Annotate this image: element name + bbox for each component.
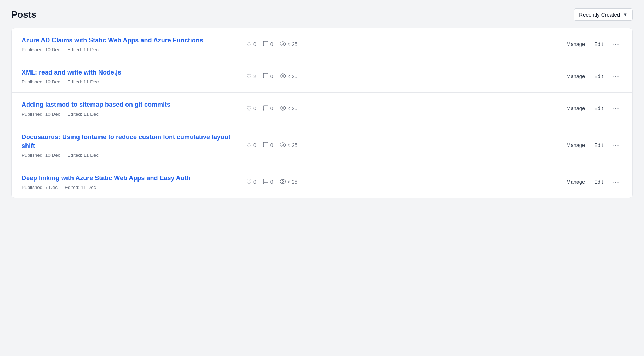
manage-button[interactable]: Manage [564, 141, 588, 149]
eye-icon [280, 178, 286, 186]
edit-button[interactable]: Edit [591, 40, 606, 48]
heart-icon: ♡ [246, 142, 252, 148]
eye-icon [280, 73, 286, 80]
likes-stat: ♡ 0 [246, 179, 256, 185]
sort-label: Recently Created [579, 12, 620, 18]
post-meta: Published: 10 Dec Edited: 11 Dec [22, 153, 241, 158]
post-info: Deep linking with Azure Static Web Apps … [22, 174, 241, 190]
heart-icon: ♡ [246, 106, 252, 112]
more-options-button[interactable]: ··· [609, 104, 622, 113]
more-options-button[interactable]: ··· [609, 40, 622, 49]
post-meta: Published: 10 Dec Edited: 11 Dec [22, 112, 241, 117]
chevron-down-icon: ▼ [623, 12, 627, 17]
views-count: < 25 [288, 106, 298, 111]
views-stat: < 25 [280, 41, 298, 48]
views-stat: < 25 [280, 105, 298, 112]
post-row: Azure AD Claims with Static Web Apps and… [12, 28, 632, 60]
post-info: XML: read and write with Node.js Publish… [22, 68, 241, 84]
comment-icon [263, 73, 269, 80]
more-options-button[interactable]: ··· [609, 141, 622, 150]
eye-icon [280, 105, 286, 112]
post-row: Adding lastmod to sitemap based on git c… [12, 93, 632, 125]
post-info: Docusaurus: Using fontaine to reduce cus… [22, 133, 241, 158]
views-stat: < 25 [280, 178, 298, 186]
post-published: Published: 10 Dec [22, 47, 60, 52]
post-info: Adding lastmod to sitemap based on git c… [22, 100, 241, 117]
edit-button[interactable]: Edit [591, 141, 606, 149]
page-header: Posts Recently Created ▼ [11, 8, 633, 21]
post-actions: Manage Edit ··· [564, 40, 622, 49]
post-published: Published: 10 Dec [22, 153, 60, 158]
views-count: < 25 [288, 73, 298, 79]
edit-button[interactable]: Edit [591, 72, 606, 81]
likes-count: 0 [253, 179, 256, 185]
views-count: < 25 [288, 41, 298, 47]
likes-count: 2 [253, 73, 256, 79]
views-count: < 25 [288, 142, 298, 148]
svg-point-1 [282, 75, 283, 77]
comments-count: 0 [270, 73, 273, 79]
post-stats: ♡ 0 0 < 25 [246, 178, 558, 186]
post-meta: Published: 7 Dec Edited: 11 Dec [22, 185, 241, 190]
likes-stat: ♡ 2 [246, 73, 256, 79]
post-title[interactable]: Docusaurus: Using fontaine to reduce cus… [22, 133, 241, 150]
comments-stat: 0 [263, 178, 273, 185]
post-row: XML: read and write with Node.js Publish… [12, 60, 632, 93]
post-actions: Manage Edit ··· [564, 72, 622, 81]
comment-icon [263, 178, 269, 185]
comments-stat: 0 [263, 73, 273, 80]
post-published: Published: 10 Dec [22, 112, 60, 117]
post-title[interactable]: XML: read and write with Node.js [22, 68, 241, 77]
manage-button[interactable]: Manage [564, 178, 588, 186]
likes-stat: ♡ 0 [246, 142, 256, 148]
comment-icon [263, 105, 269, 112]
svg-point-4 [282, 180, 283, 182]
svg-point-3 [282, 144, 283, 146]
page-title: Posts [11, 9, 36, 20]
manage-button[interactable]: Manage [564, 72, 588, 81]
likes-count: 0 [253, 106, 256, 111]
post-edited: Edited: 11 Dec [68, 153, 99, 158]
post-edited: Edited: 11 Dec [68, 79, 99, 84]
post-edited: Edited: 11 Dec [68, 112, 99, 117]
comments-stat: 0 [263, 142, 273, 149]
comment-icon [263, 41, 269, 48]
post-edited: Edited: 11 Dec [65, 185, 96, 190]
post-title[interactable]: Azure AD Claims with Static Web Apps and… [22, 36, 241, 45]
comments-count: 0 [270, 41, 273, 47]
heart-icon: ♡ [246, 179, 252, 185]
post-stats: ♡ 0 0 < 25 [246, 142, 558, 149]
sort-dropdown[interactable]: Recently Created ▼ [574, 8, 633, 21]
post-published: Published: 7 Dec [22, 185, 58, 190]
eye-icon [280, 142, 286, 149]
likes-stat: ♡ 0 [246, 106, 256, 112]
post-actions: Manage Edit ··· [564, 177, 622, 186]
post-row: Deep linking with Azure Static Web Apps … [12, 166, 632, 198]
post-title[interactable]: Adding lastmod to sitemap based on git c… [22, 100, 241, 109]
comments-count: 0 [270, 142, 273, 148]
more-options-button[interactable]: ··· [609, 177, 622, 186]
post-stats: ♡ 2 0 < 25 [246, 73, 558, 80]
views-count: < 25 [288, 179, 298, 185]
manage-button[interactable]: Manage [564, 40, 588, 48]
comments-count: 0 [270, 179, 273, 185]
post-info: Azure AD Claims with Static Web Apps and… [22, 36, 241, 52]
post-title[interactable]: Deep linking with Azure Static Web Apps … [22, 174, 241, 183]
views-stat: < 25 [280, 142, 298, 149]
post-row: Docusaurus: Using fontaine to reduce cus… [12, 125, 632, 166]
heart-icon: ♡ [246, 73, 252, 79]
svg-point-2 [282, 107, 283, 109]
edit-button[interactable]: Edit [591, 178, 606, 186]
comments-stat: 0 [263, 105, 273, 112]
eye-icon [280, 41, 286, 48]
edit-button[interactable]: Edit [591, 104, 606, 113]
comments-stat: 0 [263, 41, 273, 48]
posts-list: Azure AD Claims with Static Web Apps and… [11, 28, 633, 198]
likes-count: 0 [253, 41, 256, 47]
more-options-button[interactable]: ··· [609, 72, 622, 81]
post-actions: Manage Edit ··· [564, 104, 622, 113]
post-edited: Edited: 11 Dec [68, 47, 99, 52]
likes-stat: ♡ 0 [246, 41, 256, 47]
manage-button[interactable]: Manage [564, 104, 588, 113]
post-stats: ♡ 0 0 < 25 [246, 41, 558, 48]
